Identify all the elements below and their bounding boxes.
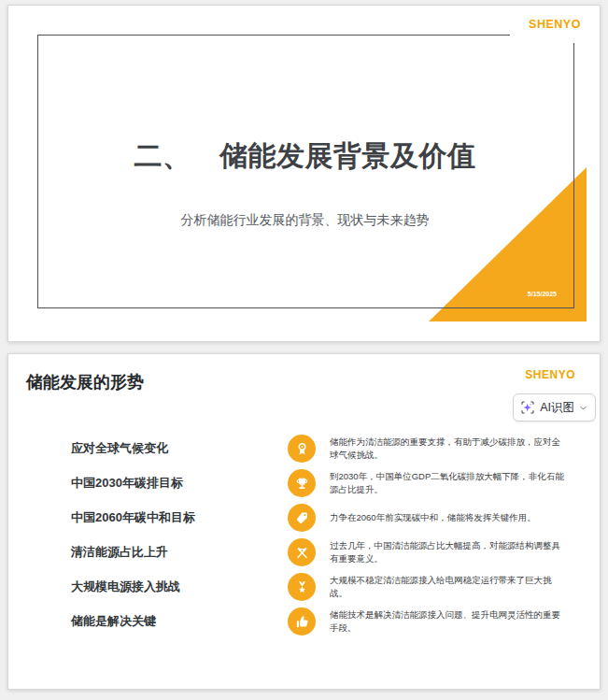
list-item-desc: 过去几年，中国清洁能源占比大幅提高，对能源结构调整具有重要意义。 [330, 539, 567, 565]
trophy-icon [288, 469, 316, 497]
list-item-title: 储能是解决关键 [71, 613, 156, 630]
list-item-title: 应对全球气候变化 [71, 440, 168, 457]
slide-title: 二、 储能发展背景及价值 [37, 138, 573, 174]
ai-button-label: AI识图 [540, 400, 574, 416]
award-icon [288, 435, 316, 463]
list-item-desc: 力争在2060年前实现碳中和，储能将发挥关键作用。 [330, 511, 567, 524]
flags-icon [288, 538, 316, 566]
slide-1-card[interactable]: SHENYO 二、 储能发展背景及价值 分析储能行业发展的背景、现状与未来趋势 … [7, 5, 601, 342]
corner-triangle-shape [429, 167, 587, 321]
list-item-title: 中国2060年碳中和目标 [71, 509, 195, 526]
shenyo-logo: SHENYO [529, 18, 581, 31]
list-item-desc: 储能作为清洁能源的重要支撑，有助于减少碳排放，应对全球气候挑战。 [330, 436, 567, 462]
medal-icon [288, 573, 316, 601]
list-item-title: 中国2030年碳排目标 [71, 475, 183, 492]
slide-2-card[interactable]: 储能发展的形势 SHENYO AI识图 应对全球气候变化 储能作为清洁能源 [7, 353, 601, 690]
slide-heading: 储能发展的形势 [26, 371, 144, 393]
list-item-title: 大规模电源接入挑战 [71, 579, 180, 595]
ai-scan-sparkle-icon [520, 400, 535, 415]
logo-container: SHENYO [510, 6, 600, 43]
list-item-desc: 到2030年，中国单位GDP二氧化碳排放大幅下降，非化石能源占比提升。 [330, 470, 567, 496]
chevron-down-icon[interactable] [579, 404, 587, 412]
slide-subtitle: 分析储能行业发展的背景、现状与未来趋势 [37, 212, 573, 229]
shenyo-logo: SHENYO [525, 368, 575, 381]
list-item-title: 清洁能源占比上升 [71, 544, 168, 561]
tag-icon [288, 504, 316, 532]
ai-recognize-button[interactable]: AI识图 [513, 393, 596, 421]
list-item-desc: 大规模不稳定清洁能源接入给电网稳定运行带来了巨大挑战。 [330, 574, 567, 600]
thumbs-up-icon [288, 607, 316, 636]
list-item-desc: 储能技术是解决清洁能源接入问题、提升电网灵活性的重要手段。 [330, 608, 567, 635]
slide-date: 5/15/2025 [528, 291, 557, 297]
